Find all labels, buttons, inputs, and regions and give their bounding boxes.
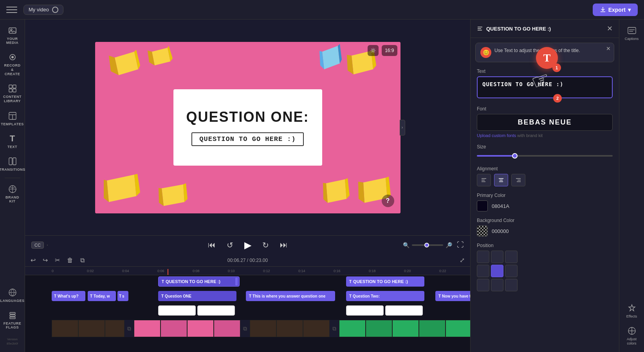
hint-avatar: 😊 (480, 47, 491, 58)
pos-top-center[interactable] (491, 251, 503, 263)
media-icon (8, 26, 17, 35)
svg-rect-56 (628, 27, 636, 34)
sidebar-item-brand-kit[interactable]: Brand kit (2, 181, 23, 206)
sidebar-item-your-media[interactable]: Your media (2, 23, 23, 48)
track-clip[interactable]: TQuestion ONE (158, 291, 236, 301)
svg-marker-20 (115, 52, 138, 75)
pos-top-right[interactable] (505, 251, 518, 263)
svg-rect-16 (10, 312, 15, 314)
sidebar-item-content-library[interactable]: Content library (2, 81, 23, 107)
track-clip-white[interactable] (385, 305, 423, 316)
zoom-slider-track[interactable] (412, 244, 443, 246)
background-color-swatch[interactable] (477, 226, 488, 236)
languages-item[interactable]: Languages (2, 285, 23, 306)
delete-button[interactable]: 🗑 (65, 255, 75, 265)
pos-mid-center[interactable] (491, 265, 503, 277)
skip-forward-button[interactable]: ⏭ (278, 239, 289, 251)
export-button[interactable]: Export ▾ (593, 4, 638, 16)
captions-tab[interactable]: Captions (621, 23, 643, 44)
thumb-cell (446, 320, 470, 337)
font-selector[interactable]: BEBAS NEUE (477, 114, 613, 131)
canvas-settings-btn[interactable] (368, 45, 379, 56)
track-clip-answer[interactable]: TThis is where you answer question one (246, 291, 335, 301)
adjust-colors-tab[interactable]: Adjust colors (621, 323, 643, 349)
track-clip[interactable]: T QUESTION TO GO HERE :) (158, 276, 240, 287)
panel-close-button[interactable]: ✕ (607, 24, 613, 33)
redo-button[interactable]: ↪ (41, 255, 49, 265)
hint-close-button[interactable]: ✕ (606, 45, 611, 52)
track-3-content (52, 305, 470, 316)
track-clip[interactable]: Ts (117, 291, 128, 301)
languages-icon (8, 288, 17, 297)
track-row-4: ⧉ ⧉ (25, 319, 470, 338)
ruler-mark: 0:16 (334, 269, 369, 273)
playhead[interactable] (168, 269, 168, 276)
track-clip[interactable]: TNow you have the ha (435, 291, 470, 301)
pos-bot-left[interactable] (477, 279, 489, 291)
question-title: QUESTION ONE: (186, 109, 309, 125)
menu-button[interactable] (6, 4, 17, 15)
thumb-cell (214, 320, 240, 337)
pos-bot-center[interactable] (491, 279, 503, 291)
ruler-mark: 0:02 (87, 269, 122, 273)
feature-flags-item[interactable]: Feature Flags (2, 307, 23, 333)
video-track[interactable]: ⧉ ⧉ (52, 320, 470, 337)
track-clip[interactable]: TToday, w (88, 291, 116, 301)
track-clip-white[interactable] (197, 305, 235, 316)
question-subtitle[interactable]: QUESTION TO GO HERE :) (191, 132, 303, 146)
svg-marker-35 (162, 184, 184, 206)
cc-button[interactable]: CC (31, 242, 44, 249)
track-clip[interactable]: TQuestion Two: (346, 291, 424, 301)
version-item: Version85e2b0f (2, 334, 23, 349)
video-canvas: QUESTION ONE: QUESTION TO GO HERE :) ? (95, 42, 400, 213)
project-title[interactable]: My video (23, 5, 63, 15)
primary-color-label: Primary Color (477, 193, 613, 198)
svg-marker-23 (152, 48, 170, 65)
align-center-button[interactable] (494, 174, 508, 186)
collapse-panel-arrow[interactable]: › (400, 120, 405, 135)
track-clip-white[interactable] (346, 305, 384, 316)
fullscreen-button[interactable]: ⛶ (457, 241, 464, 249)
replay-5-button[interactable]: ↺ (225, 239, 235, 251)
hint-container: 😊 Use Text to adjust the settings of the… (475, 43, 614, 62)
svg-rect-17 (10, 315, 15, 316)
thumb-cell (134, 320, 161, 337)
sidebar-item-record-create[interactable]: Record & create (2, 49, 23, 79)
timeline-ruler: 0 0:02 0:04 0:06 0:08 0:10 0:12 0:14 0:1… (25, 267, 470, 275)
alignment-buttons (477, 174, 613, 186)
pos-mid-right[interactable] (505, 265, 518, 277)
pos-bot-right[interactable] (505, 279, 518, 291)
forward-5-button[interactable]: ↻ (261, 239, 271, 251)
canvas-controls: 16:9 (368, 45, 397, 56)
cube-bm (158, 182, 189, 211)
alignment-label: Alignment (477, 166, 613, 171)
transition-marker: ⧉ (240, 320, 250, 337)
track-clip[interactable]: TWhat's up? (52, 291, 85, 301)
undo-button[interactable]: ↩ (29, 255, 37, 265)
track-clip[interactable]: T QUESTION TO GO HERE :) (346, 276, 424, 287)
align-left-button[interactable] (477, 174, 491, 186)
primary-color-swatch[interactable] (477, 200, 488, 211)
size-slider[interactable] (477, 152, 613, 160)
cut-button[interactable]: ✂ (53, 255, 61, 265)
align-right-button[interactable] (511, 174, 525, 186)
thumb-cell (52, 320, 78, 337)
pos-mid-left[interactable] (477, 265, 489, 277)
track-clip-white[interactable] (158, 305, 196, 316)
upload-fonts-link[interactable]: Upload custom fonts (477, 133, 516, 138)
save-icon (52, 7, 58, 13)
brand-icon (8, 184, 17, 194)
sidebar-item-transitions[interactable]: Transitions (2, 153, 23, 175)
sidebar-item-text[interactable]: T Text (2, 131, 23, 152)
sidebar-item-templates[interactable]: Templates (2, 108, 23, 129)
pos-top-left[interactable] (477, 251, 489, 263)
svg-point-19 (372, 49, 374, 51)
expand-timeline-button[interactable]: ⤢ (458, 255, 466, 265)
duplicate-button[interactable]: ⧉ (79, 255, 86, 265)
play-button[interactable]: ▶ (243, 238, 253, 252)
effects-tab[interactable]: Effects (621, 300, 643, 321)
skip-back-button[interactable]: ⏮ (206, 239, 217, 251)
help-button[interactable]: ? (382, 195, 394, 207)
text-input-field[interactable]: QUESTION TO GO HERE :) (477, 76, 613, 98)
thumb-cell (78, 320, 105, 337)
